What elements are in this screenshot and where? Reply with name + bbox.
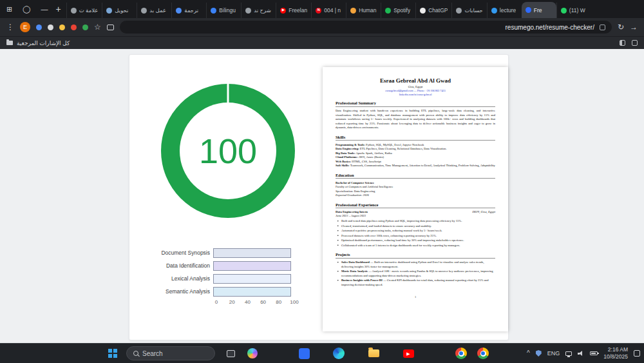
extension-icon[interactable] <box>82 25 88 30</box>
page-number: 1 <box>336 295 495 299</box>
browser-tab[interactable]: علامة ت <box>66 3 102 18</box>
project-item: Movie Data Analysis — Analyzed 10K+ movi… <box>341 270 495 278</box>
all-bookmarks-button[interactable]: كل الإشارات المرجعية <box>17 40 70 46</box>
experience-bullet: Optimized dashboard performance, reducin… <box>341 239 495 243</box>
tab-title: عمل بد <box>149 7 166 14</box>
section-title: Projects <box>336 252 495 259</box>
axis-tick-label: 100 <box>290 299 298 305</box>
profile-avatar[interactable]: E <box>20 22 30 32</box>
browser-tab[interactable]: (11) W <box>556 3 591 18</box>
bar-track <box>213 248 291 258</box>
skill-values: ETL Pipelines, Data Cleaning, Relational… <box>360 147 447 150</box>
browser-tab[interactable]: Fre <box>522 2 556 18</box>
browser-tab[interactable]: lecture <box>487 3 522 18</box>
skill-category: Data Engineering: <box>336 147 359 150</box>
window-minimize-icon[interactable]: — <box>41 6 48 13</box>
project-name: Sales Data Dashboard <box>341 260 370 264</box>
bookmark-star-icon[interactable]: ☆ <box>94 23 101 31</box>
new-tab-button[interactable]: + <box>56 4 61 14</box>
google-translate-icon <box>176 8 182 14</box>
reading-panel-icon[interactable] <box>632 40 638 46</box>
resume-document: Esraa Gebreal Abd Al Gwad Giza, Egypt es… <box>323 67 508 331</box>
axis-tick-label: 0 <box>215 299 218 305</box>
bar-fill <box>213 274 291 284</box>
window-controls: ⊞ ◯ — <box>0 6 55 13</box>
browser-tab[interactable]: ▶ Freelan <box>276 3 311 18</box>
extension-icon[interactable] <box>59 25 65 30</box>
extension-icon[interactable] <box>48 25 53 30</box>
side-panel-icon[interactable] <box>107 25 114 30</box>
browser-tab[interactable]: Spotify <box>381 3 415 18</box>
chatgpt-icon <box>420 8 426 14</box>
edge-button[interactable] <box>332 347 345 360</box>
bar-row: Lexical Analysis <box>159 273 307 284</box>
address-bar[interactable]: resumego.net/resume-checker/ <box>120 21 612 34</box>
chrome-button[interactable] <box>455 347 468 360</box>
browser-tab[interactable]: تحويل <box>102 3 137 18</box>
browser-tab[interactable]: حسابات <box>451 3 486 18</box>
search-icon <box>133 351 138 356</box>
site-icon <box>456 8 462 14</box>
browser-tab[interactable]: شرح تد <box>241 3 276 18</box>
language-indicator[interactable]: ENG <box>547 350 560 357</box>
axis-tick-label: 40 <box>245 299 251 305</box>
resume-name: Esraa Gebreal Abd Al Gwad <box>336 77 495 84</box>
hidden-icons-chevron[interactable]: ^ <box>527 350 530 357</box>
tab-title: علامة ت <box>79 7 99 14</box>
copilot-button[interactable] <box>246 347 259 360</box>
security-shield-icon[interactable] <box>536 350 542 357</box>
network-icon[interactable] <box>565 351 572 356</box>
project-item: Sales Data Dashboard — Built an interact… <box>341 260 495 269</box>
skill-category: Programming & Tools: <box>336 143 365 146</box>
pinned-app-button[interactable] <box>298 347 310 360</box>
notification-center-icon[interactable] <box>634 350 640 357</box>
browser-tab[interactable]: Bilingu <box>206 3 241 18</box>
score-donut: 100 <box>161 84 295 218</box>
browser-tab[interactable]: ChatGP <box>415 3 451 18</box>
cloud-icon <box>491 8 497 14</box>
bookmarks-folder-icon <box>6 41 13 45</box>
app-icon <box>299 348 310 359</box>
tab-title: شرح تد <box>254 7 271 14</box>
reload-button[interactable]: ↻ <box>618 23 624 31</box>
tab-title: Human <box>359 7 376 14</box>
bar-fill <box>213 261 291 271</box>
browser-tab[interactable]: ترجمة <box>171 3 206 18</box>
browser-tab[interactable]: Human <box>346 3 381 18</box>
volume-icon[interactable] <box>578 351 584 357</box>
document-site-icon <box>141 8 147 14</box>
browser-tab[interactable]: N 004 | n <box>311 3 346 18</box>
menu-kebab-icon[interactable]: ⋮ <box>6 23 14 31</box>
tab-search-icon[interactable]: ◯ <box>23 6 30 13</box>
task-view-button[interactable] <box>224 347 237 360</box>
favicon-glyph: ▶ <box>282 8 285 12</box>
taskbar-search[interactable]: Search <box>126 346 215 360</box>
back-button[interactable]: → <box>630 23 638 31</box>
score-value: 100 <box>161 84 295 218</box>
experience-dates: June 2023 – August 2023 <box>336 213 495 218</box>
start-button[interactable] <box>108 349 117 358</box>
resume-contact-line: linkedin.com/in/esraa-gebreal <box>336 93 495 96</box>
window-maximize-icon[interactable]: ⊞ <box>6 6 12 13</box>
chrome-profile-button[interactable] <box>477 347 489 360</box>
extension-icon[interactable] <box>71 25 77 30</box>
tab-list: علامة ت تحويل عمل بد ترجمة <box>66 0 644 18</box>
skill-values: HTML, CSS, JavaScript <box>352 160 381 163</box>
tab-title: ترجمة <box>184 7 198 14</box>
browser-tab[interactable]: عمل بد <box>137 3 171 18</box>
tray-date: 10/8/2025 <box>603 353 628 360</box>
file-explorer-button[interactable] <box>367 347 380 360</box>
tab-grid-icon[interactable] <box>620 40 625 46</box>
battery-icon[interactable] <box>590 351 598 355</box>
section-title: Education <box>336 173 495 179</box>
converter-site-icon <box>106 8 112 14</box>
clock[interactable]: 2:16 AM 10/8/2025 <box>603 346 628 360</box>
page-content: 100 Document SynopsisData Identification… <box>0 49 644 343</box>
page-info-icon[interactable] <box>600 25 605 30</box>
bar-label: Document Synopsis <box>159 250 213 256</box>
youtube-button[interactable]: ▶ <box>402 347 415 360</box>
resume-preview: Esraa Gebreal Abd Al Gwad Giza, Egypt es… <box>323 67 508 331</box>
extension-icon[interactable] <box>36 25 42 30</box>
spotify-icon <box>385 8 391 14</box>
education-graduation: Expected Graduation: 2026 <box>336 193 495 198</box>
